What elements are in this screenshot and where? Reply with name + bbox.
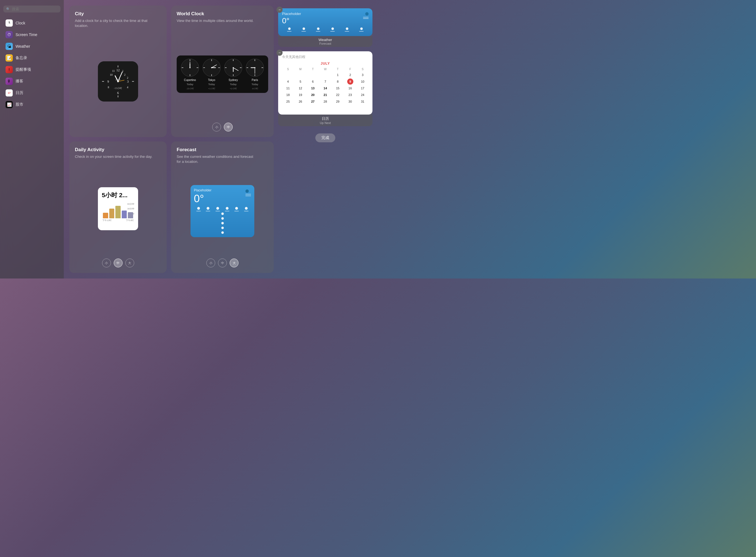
fdash-r1-2 [206,211,210,211]
wc-size-small-btn[interactable]: 小 [212,123,221,131]
done-button[interactable]: 完成 [315,134,335,142]
weather-right-dashes [363,17,369,19]
wc-city-2: Sydney Today +2小时 [224,58,243,90]
forecast-top-dots [194,207,251,210]
wc-clock-0 [181,58,200,77]
world-clock-desc: View the time in multiple cities around … [177,18,254,23]
fdash-r1-5 [234,211,239,211]
wc-city-3: Paris Today -6小时 [245,58,264,90]
screen-time-hours: 5小时 2... [102,191,134,200]
forecast-size-large-btn[interactable]: 大 [230,259,239,267]
forecast-dash-2 [245,196,251,196]
cal-day-w0-d0 [285,72,291,78]
cal-day-w1-d6: 11 [285,85,291,91]
wc-size-medium-btn[interactable]: 中 [224,123,233,131]
fdash-r1-4 [225,211,229,211]
forecast-size-small-btn[interactable]: 小 [206,259,215,267]
calendar-minus-btn[interactable]: − [276,50,282,56]
fdash-r1-3 [215,211,220,211]
cal-day-w1-d0: 5 [297,79,303,85]
weather-card: Placeholder 0° [278,8,372,47]
wc-offset-1: +1小时 [208,87,215,90]
size-large-btn[interactable]: 大 [125,259,134,267]
cal-day-w0-d1 [297,72,303,78]
forecast-dash-1 [245,194,251,195]
weather-app-icon: 🌤 [5,43,13,50]
fdash-r1-6 [244,211,248,211]
forecast-title: Forecast [177,147,268,152]
forecast-vertical-dots [194,212,251,234]
analog-clock-widget: 12 3 6 9 10 2 4 8 11 1 2 CUP - [98,61,138,101]
bar-2 [109,209,115,218]
weather-dots [282,27,369,30]
city-desc: Add a clock for a city to check the time… [75,18,153,28]
stocks-app-icon: 📈 [5,101,13,108]
search-bar[interactable]: 🔍 [3,5,60,12]
daily-activity-desc: Check in on your screen time activity fo… [75,154,153,159]
vdot-2 [221,217,224,220]
size-small-btn[interactable]: 小 [102,259,111,267]
daily-activity-title: Daily Activity [75,147,161,152]
analog-clock-svg: 12 3 6 9 10 2 4 8 11 1 2 CUP - [98,61,138,101]
bar-1 [103,213,108,218]
vdot-5 [221,231,224,234]
sidebar-item-weather[interactable]: 🌤Weather [3,41,60,52]
size-medium-btn[interactable]: 中 [114,259,123,267]
sidebar-item-notes[interactable]: 📝备忘录 [3,52,60,63]
svg-text:4: 4 [127,86,128,89]
forecast-dash-row-1 [194,211,251,211]
calendar-card-title: 日历 [280,116,371,121]
cal-day-w4-d6 [285,105,291,111]
city-title: City [75,11,161,17]
wdash-4 [330,31,335,32]
vdot-4 [221,227,224,229]
forecast-sizes[interactable]: 小 中 大 [177,259,268,267]
cal-day-w2-d6: 18 [285,92,291,98]
cal-dow-0: S [282,67,294,71]
sidebar-item-calendar[interactable]: 17日历 [3,87,60,98]
chart-y-axis: 60分钟 30分钟 0 [127,202,134,216]
cal-dow-5: F [344,67,356,71]
chart-x-labels: 下午12时 下午3时 [102,219,134,222]
cal-day-w3-d1: 20 [310,92,316,98]
cal-day-w2-d4: 16 [347,85,353,91]
sidebar-items-list: Clock⏱Screen Time🌤Weather📝备忘录!提醒事项🎙播客17日… [3,18,60,111]
calendar-app-icon: 17 [5,89,13,96]
screen-time-label: Screen Time [16,32,37,37]
world-clock-sizes[interactable]: 小 中 [177,123,268,131]
wc-clock-1 [202,58,221,77]
bar-4 [122,210,127,218]
city-panel: City Add a clock for a city to check the… [69,5,167,137]
sidebar-item-stocks[interactable]: 📈股市 [3,99,60,110]
cal-day-w0-d7: 4 [285,79,291,85]
cal-day-w0-d3 [322,72,328,78]
daily-activity-sizes[interactable]: 小 中 大 [75,259,161,267]
cal-day-w1-d1: 6 [310,79,316,85]
wc-clock-2 [224,58,243,77]
weather-minus-btn[interactable]: − [276,7,282,13]
svg-text:-15小时: -15小时 [114,87,122,90]
sidebar-item-podcasts[interactable]: 🎙播客 [3,76,60,87]
svg-text:2: 2 [124,73,126,76]
fdot-3 [216,207,219,210]
svg-text:11: 11 [112,69,115,72]
weather-card-sub: Forecast [280,42,371,45]
calendar-card-sub: Up Next [280,121,371,124]
forecast-dashes [245,189,251,196]
cal-day-w1-d4: 9 [347,79,353,85]
sidebar-item-clock[interactable]: Clock [3,18,60,29]
sidebar-item-screen-time[interactable]: ⏱Screen Time [3,29,60,40]
search-input[interactable] [12,7,58,11]
svg-text:3: 3 [127,80,129,84]
cal-day-w0-d6: 3 [360,72,366,78]
weather-card-container: − Placeholder 0° [278,8,372,47]
cal-dow-1: M [295,67,306,71]
bar-3 [115,206,121,218]
done-btn-container: 完成 [278,131,372,142]
sidebar-item-reminders[interactable]: !提醒事项 [3,64,60,75]
wdash-6 [359,31,364,32]
calendar-card-container: − 今天无其他日程 JULY SMTWTFS123456789101112131… [278,51,372,126]
forecast-size-medium-btn[interactable]: 中 [218,259,227,267]
daily-activity-preview: 5小时 2... 60分钟 30分钟 0 [75,162,161,255]
wdash-2 [301,31,306,32]
